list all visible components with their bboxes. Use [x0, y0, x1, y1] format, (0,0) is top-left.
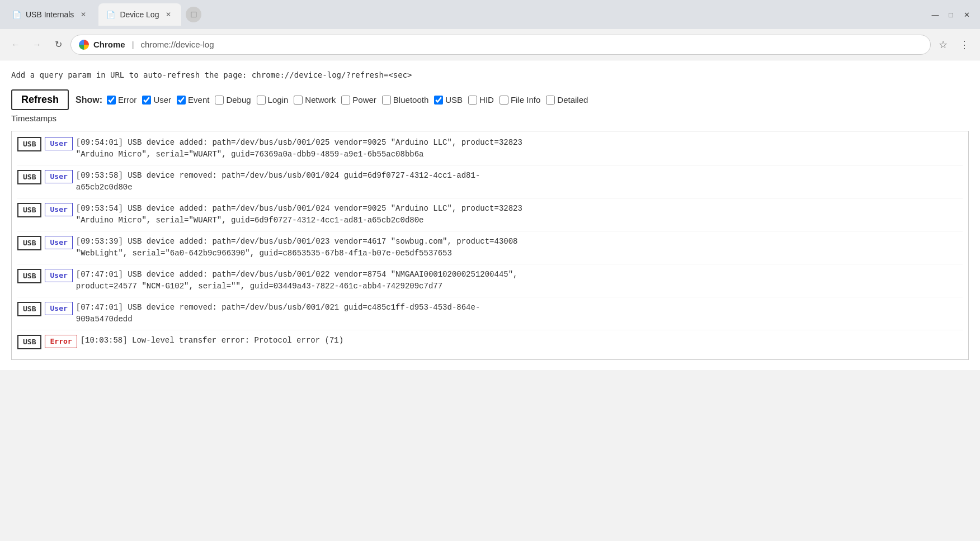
filter-usb[interactable]: USB	[434, 95, 463, 105]
badge-type: USB	[17, 236, 41, 250]
tab-close-usb-internals[interactable]: ✕	[78, 10, 88, 20]
filter-user-label: User	[153, 95, 171, 105]
filter-debug-label: Debug	[226, 95, 251, 105]
badge-level: User	[45, 236, 72, 249]
new-tab-button[interactable]: □	[186, 7, 201, 22]
badge-level: User	[45, 137, 72, 150]
tab-label-usb-internals: USB Internals	[26, 10, 74, 19]
filter-hid-checkbox[interactable]	[468, 96, 477, 105]
log-entry: USB User [09:54:01] USB device added: pa…	[17, 137, 963, 165]
filter-usb-label: USB	[445, 95, 463, 105]
filter-hid-label: HID	[479, 95, 494, 105]
log-text: [07:47:01] USB device removed: path=/dev…	[76, 302, 963, 325]
filter-power-label: Power	[352, 95, 376, 105]
tab-close-device-log[interactable]: ✕	[163, 10, 173, 20]
filter-fileinfo-checkbox[interactable]	[500, 96, 508, 105]
controls-row: Refresh Show: Error User Event Debug Log…	[11, 89, 969, 110]
reload-button[interactable]: ↻	[49, 36, 67, 54]
log-area: USB User [09:54:01] USB device added: pa…	[11, 131, 969, 360]
tab-icon-usb-internals: 📄	[12, 11, 21, 19]
filter-detailed-label: Detailed	[557, 95, 588, 105]
filter-event-checkbox[interactable]	[177, 96, 186, 105]
info-text: Add a query param in URL to auto-refresh…	[11, 70, 969, 79]
filter-power[interactable]: Power	[341, 95, 376, 105]
filter-login-label: Login	[268, 95, 289, 105]
tab-label-device-log: Device Log	[120, 10, 159, 19]
filter-login-checkbox[interactable]	[257, 96, 266, 105]
filter-network-label: Network	[305, 95, 336, 105]
log-entry: USB User [09:53:39] USB device added: pa…	[17, 236, 963, 264]
close-button[interactable]: ✕	[962, 10, 971, 19]
badge-type: USB	[17, 170, 41, 184]
address-brand: Chrome	[93, 40, 125, 49]
filter-login[interactable]: Login	[257, 95, 289, 105]
filter-debug[interactable]: Debug	[215, 95, 251, 105]
filter-power-checkbox[interactable]	[341, 96, 350, 105]
log-entry: USB Error [10:03:58] Low-level transfer …	[17, 335, 963, 354]
filter-event-label: Event	[188, 95, 209, 105]
log-text: [09:53:54] USB device added: path=/dev/b…	[76, 203, 963, 226]
log-entry: USB User [09:53:54] USB device added: pa…	[17, 203, 963, 231]
badge-type: USB	[17, 302, 41, 316]
tab-usb-internals[interactable]: 📄 USB Internals ✕	[4, 3, 96, 26]
filter-error-checkbox[interactable]	[107, 96, 116, 105]
address-url: chrome://device-log	[141, 40, 214, 49]
filter-error[interactable]: Error	[107, 95, 136, 105]
filter-hid[interactable]: HID	[468, 95, 494, 105]
badge-level: User	[45, 269, 72, 282]
address-bar[interactable]: Chrome | chrome://device-log	[70, 35, 931, 55]
filter-detailed-checkbox[interactable]	[546, 96, 555, 105]
filter-error-label: Error	[118, 95, 136, 105]
minimize-button[interactable]: —	[931, 10, 940, 19]
badge-type: USB	[17, 269, 41, 283]
badge-level: User	[45, 203, 72, 216]
bookmark-button[interactable]: ☆	[934, 36, 952, 54]
back-button[interactable]: ←	[7, 36, 25, 54]
log-entry: USB User [09:53:58] USB device removed: …	[17, 170, 963, 198]
filter-bluetooth[interactable]: Bluetooth	[382, 95, 428, 105]
filter-fileinfo[interactable]: File Info	[500, 95, 540, 105]
filter-user[interactable]: User	[142, 95, 171, 105]
filter-network[interactable]: Network	[294, 95, 336, 105]
badge-level: User	[45, 170, 72, 183]
filter-usb-checkbox[interactable]	[434, 96, 443, 105]
log-text: [10:03:58] Low-level transfer error: Pro…	[81, 335, 963, 347]
refresh-button[interactable]: Refresh	[11, 89, 69, 110]
log-text: [07:47:01] USB device added: path=/dev/b…	[76, 269, 963, 292]
log-entry: USB User [07:47:01] USB device added: pa…	[17, 269, 963, 297]
badge-type: USB	[17, 335, 41, 349]
filter-bluetooth-checkbox[interactable]	[382, 96, 391, 105]
filter-user-checkbox[interactable]	[142, 96, 151, 105]
badge-type: USB	[17, 203, 41, 217]
log-text: [09:53:39] USB device added: path=/dev/b…	[76, 236, 963, 259]
titlebar: 📄 USB Internals ✕ 📄 Device Log ✕ □ — □ ✕	[0, 0, 980, 29]
tab-icon-device-log: 📄	[106, 11, 115, 19]
filter-event[interactable]: Event	[177, 95, 209, 105]
filter-network-checkbox[interactable]	[294, 96, 303, 105]
timestamps-label: Timestamps	[11, 113, 969, 123]
forward-button[interactable]: →	[28, 36, 46, 54]
window-controls: — □ ✕	[931, 10, 976, 19]
badge-type: USB	[17, 137, 41, 151]
log-entry: USB User [07:47:01] USB device removed: …	[17, 302, 963, 330]
badge-level: Error	[45, 335, 77, 348]
badge-level: User	[45, 302, 72, 315]
filter-bluetooth-label: Bluetooth	[393, 95, 428, 105]
address-separator: |	[132, 40, 134, 49]
filter-fileinfo-label: File Info	[511, 95, 540, 105]
chrome-icon	[79, 40, 89, 50]
filter-debug-checkbox[interactable]	[215, 96, 224, 105]
content-area: Add a query param in URL to auto-refresh…	[0, 60, 980, 370]
show-label: Show:	[76, 95, 102, 105]
navbar: ← → ↻ Chrome | chrome://device-log ☆ ⋮	[0, 29, 980, 60]
filter-detailed[interactable]: Detailed	[546, 95, 588, 105]
tab-device-log[interactable]: 📄 Device Log ✕	[98, 3, 181, 26]
log-text: [09:54:01] USB device added: path=/dev/b…	[76, 137, 963, 160]
more-button[interactable]: ⋮	[955, 36, 973, 54]
maximize-button[interactable]: □	[946, 10, 955, 19]
log-text: [09:53:58] USB device removed: path=/dev…	[76, 170, 963, 193]
